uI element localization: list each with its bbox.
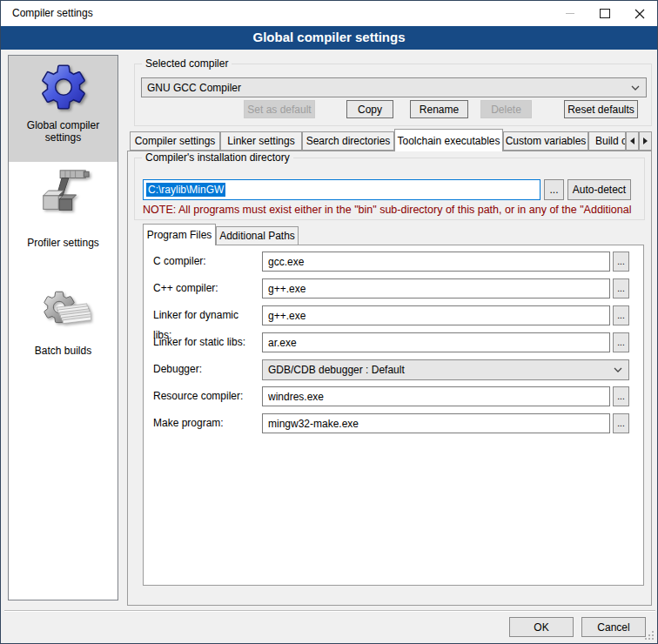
auto-detect-button[interactable]: Auto-detect [567,179,631,200]
resource-compiler-input[interactable] [262,386,610,406]
subtab-additional-paths[interactable]: Additional Paths [216,226,299,245]
scroll-right-icon [643,138,648,144]
maximize-button[interactable] [588,1,622,26]
set-as-default-button: Set as default [244,100,315,118]
dynamic-linker-input[interactable] [262,305,610,325]
chevron-down-icon [614,367,622,372]
installation-directory-group-label: Compiler's installation directory [142,151,293,164]
sidebar: Global compiler settings Profiler settin… [8,55,118,600]
sidebar-item-label: Global compiler settings [9,119,118,144]
resource-compiler-browse-button[interactable]: ... [613,386,629,406]
close-button[interactable] [622,1,657,26]
gray-gear-papers-icon [37,284,91,338]
static-linker-input[interactable] [262,332,610,352]
debugger-select-value: GDB/CDB debugger : Default [268,364,614,376]
subtab-program-files[interactable]: Program Files [143,224,216,245]
reset-defaults-button[interactable]: Reset defaults [564,100,638,118]
tab-build-options[interactable]: Build options [588,131,626,151]
installation-directory-input[interactable]: C:\raylib\MinGW [143,179,540,200]
tab-search-directories[interactable]: Search directories [302,131,394,151]
sidebar-item-label: Profiler settings [24,237,103,249]
debugger-label: Debugger: [153,359,259,379]
tab-scroll-right-button[interactable] [639,131,652,151]
resize-grip[interactable] [644,630,655,641]
tab-toolchain-executables[interactable]: Toolchain executables [394,129,503,151]
compiler-select-value: GNU GCC Compiler [147,82,631,94]
static-linker-browse-button[interactable]: ... [613,332,629,352]
resource-compiler-label: Resource compiler: [153,386,259,406]
compiler-select[interactable]: GNU GCC Compiler [141,77,647,97]
caliper-blocks-icon [37,165,91,219]
maximize-icon [600,9,610,18]
browse-directory-button[interactable]: ... [544,179,564,200]
sidebar-item-label: Batch builds [31,345,95,357]
tab-scroll-left-button[interactable] [626,131,639,151]
make-program-input[interactable] [262,413,610,433]
bin-subdirectory-note: NOTE: All programs must exist either in … [143,204,650,216]
cpp-compiler-label: C++ compiler: [153,278,259,299]
c-compiler-browse-button[interactable]: ... [613,252,629,272]
c-compiler-label: C compiler: [153,252,259,272]
blue-gear-icon [37,60,91,114]
dynamic-linker-browse-button[interactable]: ... [613,305,629,325]
debugger-select[interactable]: GDB/CDB debugger : Default [262,359,629,380]
selected-compiler-group-label: Selected compiler [142,57,232,70]
compiler-settings-window: Compiler settings Global compiler settin… [0,0,658,644]
make-program-browse-button[interactable]: ... [613,413,629,433]
sidebar-item-global-compiler-settings[interactable]: Global compiler settings [9,56,118,162]
sidebar-item-batch-builds[interactable]: Batch builds [9,284,118,357]
installation-directory-value: C:\raylib\MinGW [146,183,225,197]
titlebar: Compiler settings [1,1,657,26]
copy-button[interactable]: Copy [346,100,393,118]
ok-button[interactable]: OK [509,617,574,637]
static-linker-label: Linker for static libs: [153,332,259,352]
footer-divider [4,610,655,612]
chevron-down-icon [631,85,640,91]
cancel-button[interactable]: Cancel [581,617,646,637]
rename-button[interactable]: Rename [410,100,468,118]
tab-custom-variables[interactable]: Custom variables [503,131,588,151]
close-icon [634,9,645,19]
page-title: Global compiler settings [1,26,657,50]
scroll-left-icon [630,138,634,144]
minimize-icon [566,13,574,14]
make-program-label: Make program: [153,413,259,433]
delete-button: Delete [480,100,532,118]
selected-compiler-group: Selected compiler GNU GCC Compiler Set a… [134,64,652,126]
sidebar-item-profiler-settings[interactable]: Profiler settings [9,165,118,249]
window-title: Compiler settings [12,1,93,26]
minimize-button [553,1,588,26]
cpp-compiler-browse-button[interactable]: ... [613,278,629,299]
tab-compiler-settings[interactable]: Compiler settings [130,131,220,151]
c-compiler-input[interactable] [262,252,610,272]
caption-buttons [553,1,657,26]
cpp-compiler-input[interactable] [262,278,610,299]
tab-linker-settings[interactable]: Linker settings [220,131,302,151]
